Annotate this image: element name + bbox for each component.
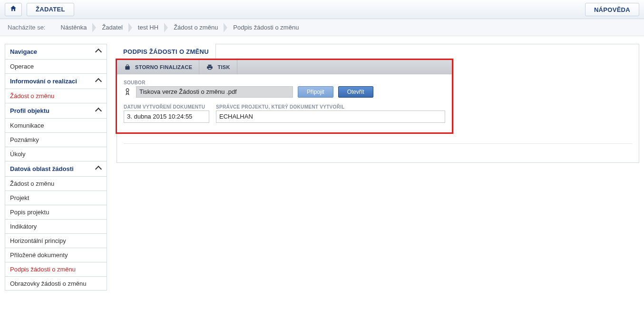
sidebar-item-label: Podpis žádosti o změnu [10, 266, 76, 273]
sidebar-group-label: Informování o realizaci [10, 78, 77, 85]
sidebar-item-label: Přiložené dokumenty [10, 251, 68, 259]
date-label: DATUM VYTVOŘENÍ DOKUMENTU [124, 104, 209, 110]
breadcrumb-item[interactable]: Žadatel [94, 24, 130, 31]
sidebar-group-label: Navigace [10, 48, 37, 55]
main-panel: PODPIS ŽÁDOSTI O ZMĚNU STORNO FINALIZACE… [117, 44, 639, 163]
sidebar-item-label: Poznámky [10, 136, 39, 143]
chevron-up-icon [95, 108, 102, 114]
storno-finalizace-button[interactable]: STORNO FINALIZACE [117, 60, 199, 74]
sidebar-item-zadost-o-zmenu2[interactable]: Žádost o změnu [5, 176, 107, 191]
print-icon [206, 63, 214, 71]
sidebar-item-indikatory[interactable]: Indikátory [5, 219, 107, 233]
admin-field: ECHALHAN [216, 110, 445, 123]
action-bar: STORNO FINALIZACE TISK [117, 60, 452, 74]
sidebar-item-podpis-zadosti[interactable]: Podpis žádosti o změnu [5, 262, 107, 276]
highlighted-region: STORNO FINALIZACE TISK SOUBOR Tiskova ve… [116, 59, 453, 134]
sidebar-item-label: Komunikace [10, 122, 44, 129]
sidebar-item-label: Žádost o změnu [10, 180, 54, 187]
date-field: 3. dubna 2015 10:24:55 [124, 110, 209, 123]
sidebar-item-popis-projektu[interactable]: Popis projektu [5, 205, 107, 219]
sidebar-item-label: Operace [10, 63, 34, 70]
sidebar-item-projekt[interactable]: Projekt [5, 191, 107, 205]
sidebar-item-label: Projekt [10, 194, 29, 201]
page-title: PODPIS ŽÁDOSTI O ZMĚNU [117, 44, 216, 60]
sidebar-group-datova-oblast[interactable]: Datová oblast žádosti [5, 161, 107, 176]
sidebar-item-operace[interactable]: Operace [5, 59, 107, 73]
chevron-up-icon [95, 78, 102, 85]
action-label: STORNO FINALIZACE [135, 64, 192, 70]
sidebar-group-navigace[interactable]: Navigace [5, 44, 107, 59]
sidebar-item-horizontalni-principy[interactable]: Horizontální principy [5, 233, 107, 248]
home-icon [10, 5, 17, 14]
sidebar-item-ukoly[interactable]: Úkoly [5, 147, 107, 161]
sidebar-item-label: Horizontální principy [10, 237, 66, 244]
sidebar-item-poznamky[interactable]: Poznámky [5, 132, 107, 147]
sidebar-item-label: Obrazovky žádosti o změnu [10, 280, 86, 287]
file-field[interactable]: Tiskova verze Žádosti o změnu .pdf [136, 86, 293, 98]
tisk-button[interactable]: TISK [199, 60, 237, 74]
action-label: TISK [217, 64, 230, 70]
help-button[interactable]: NÁPOVĚDA [585, 3, 639, 16]
sidebar-item-label: Úkoly [10, 150, 26, 158]
sidebar-group-label: Profil objektu [10, 107, 49, 114]
divider [124, 143, 632, 144]
sidebar: Navigace Operace Informování o realizaci… [5, 44, 107, 291]
sidebar-item-obrazovky[interactable]: Obrazovky žádosti o změnu [5, 276, 107, 291]
sidebar-item-zadost-o-zmenu[interactable]: Žádost o změnu [5, 89, 107, 103]
open-button[interactable]: Otevřít [338, 86, 373, 98]
breadcrumb-item[interactable]: Nástěnka [53, 24, 95, 31]
file-label: SOUBOR [124, 80, 445, 85]
sidebar-item-label: Žádost o změnu [10, 92, 54, 100]
sidebar-item-prilozene-dokumenty[interactable]: Přiložené dokumenty [5, 248, 107, 262]
topbar: ŽADATEL NÁPOVĚDA [0, 0, 644, 19]
applicant-tab[interactable]: ŽADATEL [27, 3, 74, 16]
unlock-icon [124, 63, 131, 71]
sidebar-item-komunikace[interactable]: Komunikace [5, 118, 107, 132]
sidebar-group-profil[interactable]: Profil objektu [5, 103, 107, 118]
sidebar-group-informovani[interactable]: Informování o realizaci [5, 73, 107, 89]
sidebar-group-label: Datová oblast žádosti [10, 165, 74, 172]
admin-label: SPRÁVCE PROJEKTU, KTERÝ DOKUMENT VYTVOŘI… [216, 104, 445, 110]
sidebar-item-label: Popis projektu [10, 209, 49, 216]
attach-button[interactable]: Připojit [298, 86, 333, 98]
sidebar-item-label: Indikátory [10, 223, 37, 230]
breadcrumb: Nacházíte se: Nástěnka Žadatel test HH Ž… [0, 19, 644, 36]
breadcrumb-label: Nacházíte se: [8, 24, 46, 31]
home-button[interactable] [5, 3, 22, 16]
breadcrumb-item[interactable]: test HH [130, 24, 166, 31]
signature-icon[interactable] [124, 88, 131, 96]
svg-point-0 [126, 89, 129, 91]
breadcrumb-item[interactable]: Žádost o změnu [166, 24, 225, 31]
chevron-up-icon [95, 49, 102, 55]
chevron-up-icon [95, 166, 102, 172]
breadcrumb-item: Podpis žádosti o změnu [225, 24, 306, 31]
